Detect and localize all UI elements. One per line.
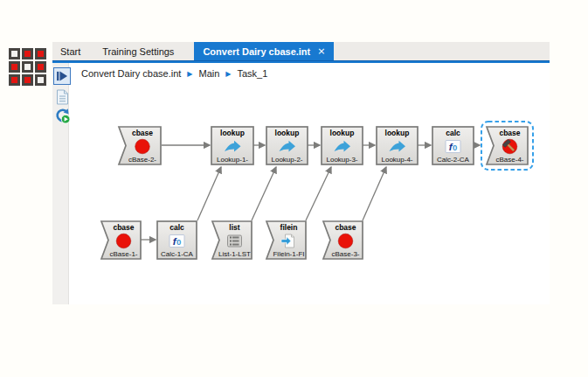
flow-node-Lookup-3[interactable]: lookupLookup-3- <box>322 127 363 164</box>
flow-node-cBase-3[interactable]: cbasecBase-3- <box>323 221 363 259</box>
node-title: filein <box>280 223 298 232</box>
node-title: lookup <box>385 129 410 137</box>
flow-node-Lookup-2[interactable]: lookupLookup-2- <box>266 127 308 164</box>
node-title: cbase <box>499 129 520 137</box>
flow-node-cBase-2[interactable]: cbasecBase-2- <box>119 127 161 164</box>
node-label: Lookup-4- <box>381 156 412 164</box>
node-label: List-1-LST <box>218 250 251 258</box>
node-label: Lookup-1- <box>217 156 248 164</box>
list-icon <box>228 235 242 247</box>
node-title: lookup <box>330 129 355 137</box>
flow-node-List-1[interactable]: listList-1-LST <box>212 221 252 259</box>
flow-node-Calc-1[interactable]: calcf0Calc-1-CA <box>157 221 197 259</box>
node-label: cBase-1- <box>109 250 137 258</box>
node-title: list <box>229 223 239 232</box>
flow-node-Filein-1[interactable]: fileinFilein-1-FI <box>266 221 306 259</box>
cbase-circle-icon <box>338 234 353 248</box>
node-title: cbase <box>335 223 356 232</box>
node-label: cBase-2- <box>128 156 156 164</box>
node-title: lookup <box>275 129 300 137</box>
flow-edge-Calc-1-to-Lookup-1 <box>197 167 221 220</box>
flow-canvas[interactable]: cbasecBase-2-lookupLookup-1-lookupLookup… <box>0 0 588 377</box>
svg-text:0: 0 <box>453 143 457 152</box>
node-label: Filein-1-FI <box>273 250 304 258</box>
node-title: cbase <box>132 129 153 137</box>
flow-edge-cBase-3-to-Lookup-4 <box>363 167 386 220</box>
node-label: cBase-3- <box>331 250 359 258</box>
flow-node-Calc-2[interactable]: calcf0Calc-2-CA <box>432 127 474 164</box>
node-title: cbase <box>113 223 134 232</box>
node-title: calc <box>446 129 460 137</box>
cbase-circle-icon <box>135 139 150 154</box>
node-label: Calc-2-CA <box>437 156 470 164</box>
node-title: lookup <box>220 129 245 137</box>
svg-text:0: 0 <box>176 237 181 247</box>
flow-node-cBase-1[interactable]: cbasecBase-1- <box>101 221 141 259</box>
node-label: Calc-1-CA <box>161 250 194 258</box>
flow-node-cBase-4[interactable]: cbasecBase-4- <box>481 122 533 170</box>
node-label: Lookup-3- <box>326 156 357 164</box>
node-title: calc <box>169 223 184 232</box>
flow-edge-List-1-to-Lookup-2 <box>252 167 276 220</box>
flow-node-Lookup-4[interactable]: lookupLookup-4- <box>377 127 418 164</box>
node-label: Lookup-2- <box>271 156 302 164</box>
node-label: cBase-4- <box>495 156 523 164</box>
flow-node-Lookup-1[interactable]: lookupLookup-1- <box>211 127 253 164</box>
cbase-circle-icon <box>116 234 131 248</box>
flow-edge-Filein-1-to-Lookup-3 <box>306 167 331 220</box>
